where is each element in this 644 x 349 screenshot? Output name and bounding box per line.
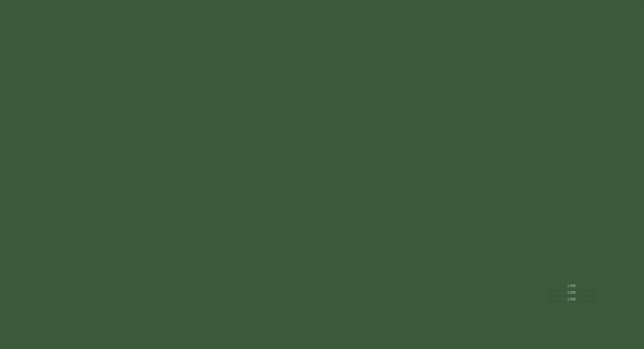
r-field[interactable]: 1.000: [550, 283, 593, 289]
b-field[interactable]: 1.000: [550, 296, 593, 302]
properties-panel: 📷 🎬 🌐 ▽ 🔗 🔧 📐 🎨 ⬛ ✳ 🌊 TexDra Texture.00 …: [544, 183, 644, 349]
g-field[interactable]: 1.000: [550, 290, 593, 296]
colors-section: ▼ Colors Ramp RGB Multiply: R:: [544, 266, 644, 305]
rgb-multiply-col: RGB Multiply: R: 1.000 G:: [545, 279, 593, 303]
